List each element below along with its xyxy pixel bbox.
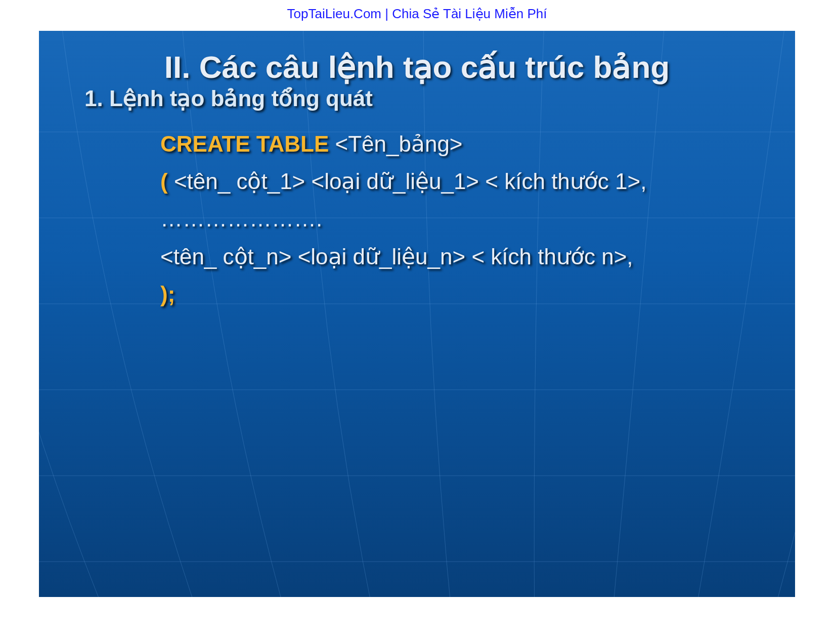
code-line-4: <tên_ cột_n> <loại dữ_liệu_n> < kích thư… (84, 239, 755, 274)
slide-content: 1. Lệnh tạo bảng tổng quát CREATE TABLE … (39, 85, 795, 312)
slide-title: II. Các câu lệnh tạo cấu trúc bảng (39, 46, 795, 88)
slide-container: II. Các câu lệnh tạo cấu trúc bảng 1. Lệ… (39, 31, 795, 597)
code-line-5: ); (84, 277, 755, 312)
keyword-close-paren: ); (160, 282, 175, 306)
keyword-create-table: CREATE TABLE (160, 131, 329, 156)
code-line-2: ( <tên_ cột_1> <loại dữ_liệu_1> < kích t… (84, 164, 755, 199)
page-header-link[interactable]: TopTaiLieu.Com | Chia Sẻ Tài Liệu Miễn P… (0, 0, 834, 31)
syntax-tablename: <Tên_bảng> (329, 131, 462, 156)
code-line-3: …………………. (84, 201, 755, 237)
syntax-col1: <tên_ cột_1> <loại dữ_liệu_1> < kích thư… (168, 169, 647, 194)
slide-subtitle: 1. Lệnh tạo bảng tổng quát (84, 85, 755, 111)
keyword-open-paren: ( (160, 169, 168, 194)
code-line-1: CREATE TABLE <Tên_bảng> (84, 126, 755, 162)
